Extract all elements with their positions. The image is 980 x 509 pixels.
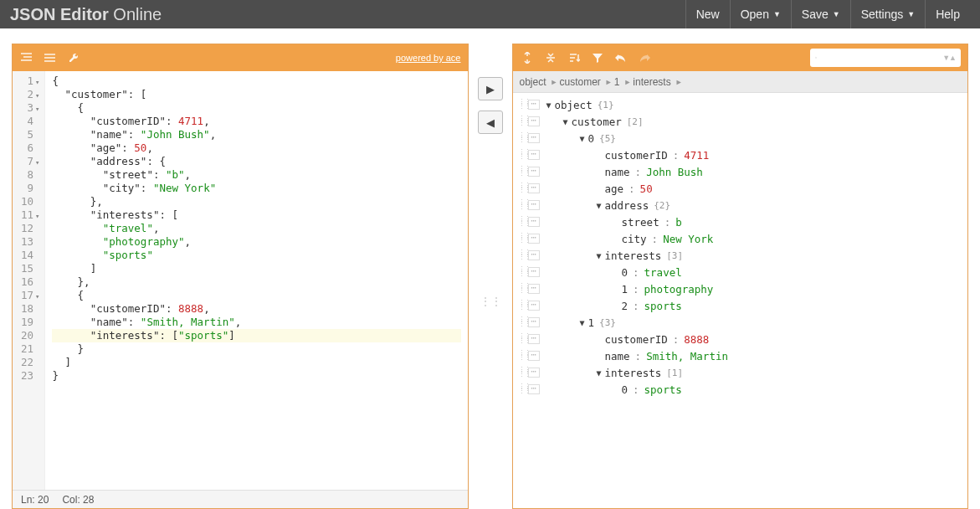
context-menu-icon[interactable]: ⋯ [528, 334, 540, 344]
code-line[interactable]: "address": { [52, 155, 460, 168]
tree-value[interactable]: sports [644, 300, 682, 312]
tree-row[interactable]: ⋮⋮⋮⋮⋯▼0:travel [513, 264, 968, 280]
expand-caret-icon[interactable]: ▼ [560, 117, 572, 126]
context-menu-icon[interactable]: ⋯ [528, 317, 540, 327]
tree-row[interactable]: ⋮⋮⋮⋮⋯▼customerID:8888 [513, 331, 968, 347]
menu-settings[interactable]: Settings▼ [850, 0, 926, 28]
code-line[interactable]: "age": 50, [52, 141, 460, 155]
tree-row[interactable]: ⋮⋮⋮⋮⋯▼customerID:4711 [513, 147, 968, 163]
code-line[interactable]: }, [52, 275, 460, 289]
breadcrumb-segment[interactable]: customer [559, 76, 600, 88]
tree-editor[interactable]: ⋮⋮⋮⋮⋯▼object{1}⋮⋮⋮⋮⋯▼customer[2]⋮⋮⋮⋮⋯▼0{… [513, 93, 968, 508]
code-editor[interactable]: 1▾2▾3▾4 5 6 7▾8 9 10 11▾12 13 14 15 16 1… [13, 71, 468, 490]
tree-key[interactable]: address [605, 199, 649, 212]
context-menu-icon[interactable]: ⋯ [528, 217, 540, 227]
code-line[interactable]: "name": "Smith, Martin", [52, 316, 460, 329]
drag-grip-icon[interactable]: ⋮⋮⋮⋮ [518, 285, 528, 293]
context-menu-icon[interactable]: ⋯ [528, 183, 540, 193]
menu-open[interactable]: Open▼ [730, 0, 791, 28]
drag-grip-icon[interactable]: ⋮⋮⋮⋮ [518, 368, 528, 377]
menu-save[interactable]: Save▼ [791, 0, 850, 28]
tree-row[interactable]: ⋮⋮⋮⋮⋯▼interests[3] [513, 247, 968, 264]
tree-key[interactable]: 1 [588, 316, 595, 329]
expand-caret-icon[interactable]: ▼ [577, 318, 588, 327]
drag-grip-icon[interactable]: ⋮⋮⋮⋮ [518, 134, 528, 142]
tree-value[interactable]: sports [644, 383, 682, 396]
tree-row[interactable]: ⋮⋮⋮⋮⋯▼1{3} [513, 314, 968, 331]
drag-grip-icon[interactable]: ⋮⋮⋮⋮ [518, 218, 528, 226]
code-line[interactable]: "customerID": 8888, [52, 302, 460, 316]
context-menu-icon[interactable]: ⋯ [528, 384, 540, 394]
drag-grip-icon[interactable]: ⋮⋮⋮⋮ [518, 352, 528, 360]
breadcrumb-segment[interactable]: 1 [614, 76, 620, 88]
tree-row[interactable]: ⋮⋮⋮⋮⋯▼0{5} [513, 130, 968, 147]
tree-key[interactable]: customer [572, 116, 622, 128]
tree-row[interactable]: ⋮⋮⋮⋮⋯▼object{1} [513, 96, 968, 113]
menu-help[interactable]: Help [925, 0, 970, 28]
drag-grip-icon[interactable]: ⋮⋮⋮⋮ [518, 301, 528, 310]
copy-left-button[interactable]: ◀ [478, 111, 503, 134]
tree-key[interactable]: name [605, 350, 630, 362]
tree-value[interactable]: New York [663, 233, 713, 245]
tree-key[interactable]: 1 [622, 283, 629, 296]
code-line[interactable]: { [52, 289, 460, 302]
menu-new[interactable]: New [685, 0, 730, 28]
tree-row[interactable]: ⋮⋮⋮⋮⋯▼name:John Bush [513, 163, 968, 180]
tree-row[interactable]: ⋮⋮⋮⋮⋯▼2:sports [513, 297, 968, 314]
compact-icon[interactable] [43, 50, 58, 65]
drag-handle-icon[interactable]: ⋮⋮ [480, 295, 501, 308]
sort-icon[interactable] [567, 50, 582, 65]
code-line[interactable]: "sports" [52, 249, 460, 262]
tree-row[interactable]: ⋮⋮⋮⋮⋯▼street:b [513, 213, 968, 230]
code-line[interactable]: "interests": ["sports"] [52, 329, 460, 342]
tree-key[interactable]: city [622, 233, 647, 245]
tree-key[interactable]: age [605, 183, 624, 195]
drag-grip-icon[interactable]: ⋮⋮⋮⋮ [518, 184, 528, 193]
tree-value[interactable]: 50 [640, 183, 653, 195]
tree-value[interactable]: 4711 [684, 149, 709, 162]
tree-row[interactable]: ⋮⋮⋮⋮⋯▼customer[2] [513, 113, 968, 130]
code-line[interactable]: "photography", [52, 235, 460, 249]
tree-value[interactable]: 8888 [684, 333, 709, 346]
copy-right-button[interactable]: ▶ [478, 77, 503, 100]
tree-key[interactable]: customerID [605, 149, 668, 162]
repair-icon[interactable] [66, 50, 81, 65]
context-menu-icon[interactable]: ⋯ [528, 133, 540, 143]
breadcrumb-segment[interactable]: object [520, 76, 546, 88]
expand-caret-icon[interactable]: ▼ [593, 368, 605, 378]
tree-row[interactable]: ⋮⋮⋮⋮⋯▼name:Smith, Martin [513, 347, 968, 364]
search-expand-icon[interactable]: ▼▲ [942, 54, 956, 62]
drag-grip-icon[interactable]: ⋮⋮⋮⋮ [518, 201, 528, 209]
tree-key[interactable]: name [605, 166, 630, 178]
expand-caret-icon[interactable]: ▼ [577, 134, 588, 143]
context-menu-icon[interactable]: ⋯ [528, 150, 540, 160]
drag-grip-icon[interactable]: ⋮⋮⋮⋮ [518, 385, 528, 393]
context-menu-icon[interactable]: ⋯ [528, 267, 540, 277]
expand-caret-icon[interactable]: ▼ [593, 201, 605, 210]
code-line[interactable]: ] [52, 262, 460, 275]
tree-row[interactable]: ⋮⋮⋮⋮⋯▼interests[1] [513, 364, 968, 381]
drag-grip-icon[interactable]: ⋮⋮⋮⋮ [518, 234, 528, 243]
context-menu-icon[interactable]: ⋯ [528, 167, 540, 177]
code-line[interactable]: }, [52, 195, 460, 208]
drag-grip-icon[interactable]: ⋮⋮⋮⋮ [518, 151, 528, 159]
drag-grip-icon[interactable]: ⋮⋮⋮⋮ [518, 318, 528, 326]
drag-grip-icon[interactable]: ⋮⋮⋮⋮ [518, 268, 528, 276]
code-line[interactable]: } [52, 342, 460, 356]
filter-icon[interactable] [590, 50, 605, 65]
drag-grip-icon[interactable]: ⋮⋮⋮⋮ [518, 251, 528, 260]
tree-key[interactable]: street [622, 216, 659, 229]
context-menu-icon[interactable]: ⋯ [528, 284, 540, 294]
drag-grip-icon[interactable]: ⋮⋮⋮⋮ [518, 100, 528, 109]
context-menu-icon[interactable]: ⋯ [528, 100, 540, 110]
code-line[interactable]: } [52, 369, 460, 383]
code-line[interactable]: ] [52, 356, 460, 369]
tree-value[interactable]: John Bush [646, 166, 703, 178]
tree-value[interactable]: b [675, 216, 682, 229]
tree-row[interactable]: ⋮⋮⋮⋮⋯▼city:New York [513, 230, 968, 247]
tree-key[interactable]: object [555, 99, 593, 111]
code-line[interactable]: { [52, 101, 460, 115]
context-menu-icon[interactable]: ⋯ [528, 234, 540, 244]
search-box[interactable]: ▼▲ [810, 49, 961, 67]
tree-row[interactable]: ⋮⋮⋮⋮⋯▼age:50 [513, 180, 968, 197]
